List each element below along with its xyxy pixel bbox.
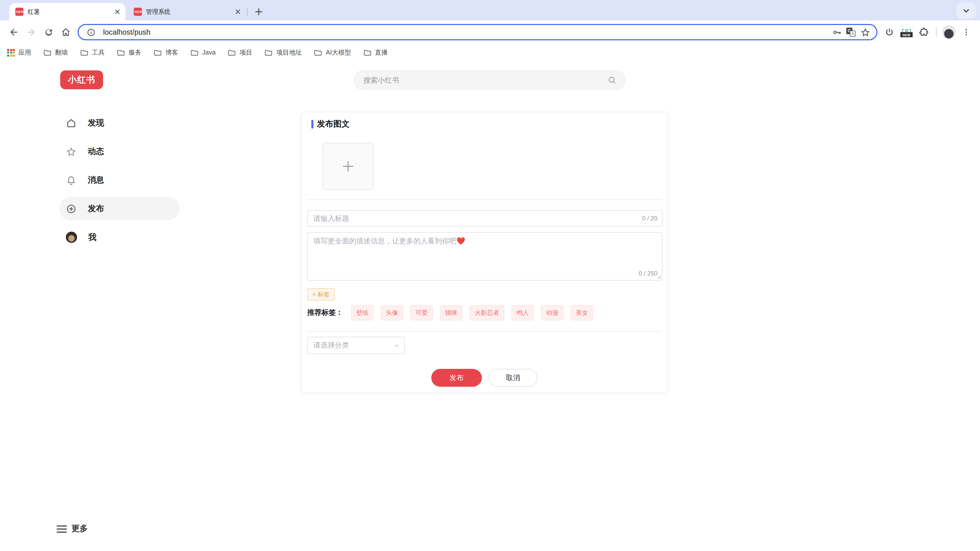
omnibox[interactable]: localhost/push G文 bbox=[78, 24, 877, 40]
bookmark-label: 翻墙 bbox=[55, 48, 68, 57]
browser-menu-kebab-icon[interactable] bbox=[958, 24, 975, 41]
star-icon bbox=[66, 146, 76, 157]
bookmark-folder[interactable]: 项目地址 bbox=[265, 48, 302, 57]
xiaohongshu-favicon: 小红书 bbox=[15, 8, 24, 16]
bookmark-folder[interactable]: 翻墙 bbox=[43, 48, 68, 57]
sidebar-nav: 发现 动态 消息 发布 我 bbox=[59, 111, 180, 254]
form-title: 发布图文 bbox=[317, 119, 350, 130]
sidebar-item-me[interactable]: 我 bbox=[59, 225, 180, 249]
bookmark-label: 应用 bbox=[18, 48, 31, 57]
bookmark-folder[interactable]: 项目 bbox=[228, 48, 252, 57]
apps-grid-icon bbox=[7, 49, 15, 56]
bookmark-label: AI大模型 bbox=[326, 48, 351, 57]
more-button[interactable]: 更多 bbox=[57, 524, 88, 534]
bookmark-label: 工具 bbox=[92, 48, 105, 57]
sidebar-item-messages[interactable]: 消息 bbox=[59, 168, 180, 192]
title-counter: 0 / 20 bbox=[642, 215, 657, 222]
screenshot-extension-icon[interactable]: NEW bbox=[898, 24, 915, 41]
sidebar-item-label: 消息 bbox=[88, 175, 104, 186]
translate-icon[interactable]: G文 bbox=[844, 25, 858, 39]
tag-chip[interactable]: 鸣人 bbox=[511, 305, 534, 321]
tab-title: 红薯 bbox=[27, 7, 113, 16]
forward-button[interactable] bbox=[22, 24, 40, 41]
tag-chip[interactable]: 火影忍者 bbox=[469, 305, 504, 321]
tab-separator bbox=[247, 8, 248, 16]
browser-toolbar: localhost/push G文 NEW bbox=[0, 21, 980, 44]
tab-active[interactable]: 小红书 红薯 bbox=[9, 3, 126, 21]
tab-strip: 小红书 红薯 小红书 管理系统 bbox=[0, 0, 980, 21]
bookmark-label: 项目 bbox=[240, 48, 252, 57]
tag-chip[interactable]: 美女 bbox=[571, 305, 593, 321]
bookmark-folder[interactable]: AI大模型 bbox=[314, 48, 351, 57]
extension-new-badge: NEW bbox=[900, 32, 913, 37]
sidebar-item-publish[interactable]: 发布 bbox=[59, 197, 180, 221]
bookmark-label: 直播 bbox=[375, 48, 388, 57]
sidebar-item-label: 发现 bbox=[88, 118, 104, 128]
tab-close-icon[interactable] bbox=[113, 7, 121, 16]
sidebar-item-label: 我 bbox=[88, 232, 97, 243]
search-input[interactable] bbox=[363, 76, 608, 85]
sidebar-item-feed[interactable]: 动态 bbox=[59, 140, 180, 163]
tag-chip[interactable]: 壁纸 bbox=[351, 305, 374, 321]
publish-button[interactable]: 发布 bbox=[431, 369, 482, 387]
sidebar-item-label: 发布 bbox=[88, 203, 104, 214]
home-icon bbox=[66, 118, 76, 128]
recommended-tags-row: 推荐标签： 壁纸 头像 可爱 猫咪 火影忍者 鸣人 动漫 美女 bbox=[307, 305, 593, 321]
search-icon[interactable] bbox=[608, 76, 617, 85]
more-label: 更多 bbox=[72, 524, 88, 534]
bookmarks-bar: 应用 翻墙 工具 服务 博客 Java 项目 项目地址 bbox=[0, 44, 980, 61]
bookmark-label: 项目地址 bbox=[277, 48, 302, 57]
tab-close-icon[interactable] bbox=[233, 7, 242, 16]
sidebar-item-discover[interactable]: 发现 bbox=[59, 111, 180, 135]
back-button[interactable] bbox=[5, 24, 22, 41]
password-key-icon[interactable] bbox=[829, 25, 844, 39]
tab-strip-chevron-button[interactable] bbox=[956, 3, 976, 19]
sidebar-item-label: 动态 bbox=[88, 146, 104, 157]
category-select[interactable]: 请选择分类 bbox=[307, 337, 405, 354]
bookmark-folder[interactable]: 博客 bbox=[154, 48, 178, 57]
reload-button[interactable] bbox=[40, 24, 57, 41]
bookmark-folder[interactable]: 直播 bbox=[363, 48, 388, 57]
description-counter: 0 / 250 bbox=[639, 270, 657, 277]
new-tab-button[interactable] bbox=[251, 5, 266, 19]
tag-chip[interactable]: 可爱 bbox=[410, 305, 433, 321]
search-bar[interactable] bbox=[353, 70, 626, 90]
bookmark-folder[interactable]: 工具 bbox=[80, 48, 105, 57]
hamburger-icon bbox=[57, 525, 67, 533]
tag-chip[interactable]: 头像 bbox=[381, 305, 403, 321]
tag-chip[interactable]: 动漫 bbox=[541, 305, 563, 321]
chevron-down-icon bbox=[393, 342, 400, 348]
bookmark-folder[interactable]: 服务 bbox=[117, 48, 142, 57]
extensions-puzzle-icon[interactable] bbox=[915, 24, 932, 41]
profile-avatar-image bbox=[942, 25, 956, 39]
xiaohongshu-logo[interactable]: 小红书 bbox=[60, 70, 103, 89]
add-tag-button[interactable]: + 标签 bbox=[307, 288, 335, 300]
category-placeholder: 请选择分类 bbox=[313, 341, 349, 350]
toolbar-separator bbox=[936, 27, 937, 37]
bell-icon bbox=[66, 175, 76, 186]
image-upload-dropzone[interactable] bbox=[323, 143, 374, 190]
description-field: 0 / 250 bbox=[307, 232, 662, 281]
tab-inactive[interactable]: 小红书 管理系统 bbox=[127, 3, 246, 21]
site-info-icon[interactable] bbox=[84, 25, 98, 39]
bookmark-folder[interactable]: Java bbox=[190, 49, 216, 56]
cancel-button[interactable]: 取消 bbox=[488, 369, 538, 387]
bookmark-apps[interactable]: 应用 bbox=[7, 48, 31, 57]
home-button[interactable] bbox=[57, 24, 75, 41]
bookmark-label: 博客 bbox=[165, 48, 178, 57]
profile-avatar[interactable] bbox=[940, 24, 958, 41]
textarea-resize-handle[interactable] bbox=[656, 275, 662, 279]
power-extension-icon[interactable] bbox=[880, 24, 898, 41]
upload-plus-icon bbox=[340, 159, 356, 174]
bookmark-star-icon[interactable] bbox=[858, 25, 872, 39]
title-marker bbox=[311, 120, 313, 129]
url-text[interactable]: localhost/push bbox=[103, 28, 829, 36]
title-field: 0 / 20 bbox=[307, 210, 662, 227]
browser-window: 小红书 红薯 小红书 管理系统 bbox=[0, 0, 980, 551]
plus-circle-icon bbox=[66, 203, 76, 214]
publish-form-card: 发布图文 0 / 20 0 / 250 + 标签 推荐标签： 壁纸 头像 可爱 bbox=[301, 112, 668, 393]
title-input[interactable] bbox=[307, 210, 662, 227]
divider bbox=[307, 331, 662, 332]
tag-chip[interactable]: 猫咪 bbox=[440, 305, 463, 321]
description-textarea[interactable] bbox=[307, 232, 662, 281]
